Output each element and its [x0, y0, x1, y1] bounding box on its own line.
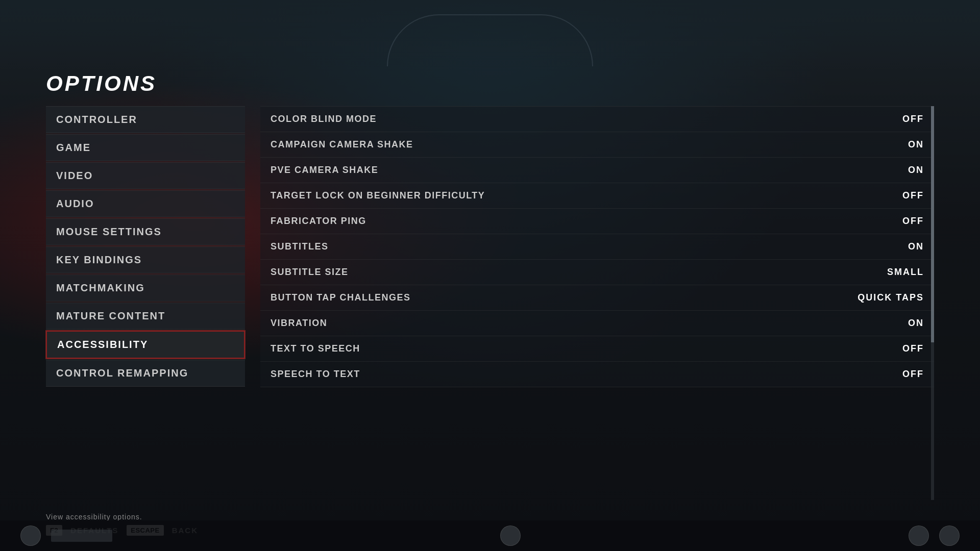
setting-name: BUTTON TAP CHALLENGES [271, 292, 411, 303]
nav-item-key-bindings[interactable]: KEY BINDINGS [46, 246, 245, 273]
nav-item-game[interactable]: GAME [46, 134, 245, 161]
setting-row[interactable]: TEXT TO SPEECHOFF [260, 336, 934, 362]
content-panel: OPTIONS CONTROLLERGAMEVIDEOAUDIOMOUSE SE… [46, 71, 934, 500]
setting-name: SUBTITLES [271, 241, 329, 252]
setting-row[interactable]: TARGET LOCK ON BEGINNER DIFFICULTYOFF [260, 183, 934, 209]
hud-circle-1 [20, 525, 41, 546]
right-panel: COLOR BLIND MODEOFFCAMPAIGN CAMERA SHAKE… [260, 106, 934, 500]
hud-right [909, 525, 960, 546]
setting-value: ON [908, 241, 924, 252]
setting-value: OFF [902, 190, 924, 201]
nav-item-mouse-settings[interactable]: MOUSE SETTINGS [46, 218, 245, 245]
hud-circle-2 [909, 525, 929, 546]
setting-value: OFF [902, 369, 924, 380]
setting-name: CAMPAIGN CAMERA SHAKE [271, 139, 413, 150]
setting-row[interactable]: PVE CAMERA SHAKEON [260, 158, 934, 183]
setting-name: COLOR BLIND MODE [271, 114, 377, 124]
hud-circle-center [500, 525, 521, 546]
setting-value: OFF [902, 343, 924, 354]
setting-value: ON [908, 318, 924, 329]
nav-item-controller[interactable]: CONTROLLER [46, 106, 245, 133]
setting-row[interactable]: SUBTITLESON [260, 234, 934, 260]
setting-row[interactable]: CAMPAIGN CAMERA SHAKEON [260, 132, 934, 158]
setting-name: FABRICATOR PING [271, 216, 366, 227]
setting-row[interactable]: COLOR BLIND MODEOFF [260, 106, 934, 132]
setting-row[interactable]: SUBTITLE SIZESMALL [260, 260, 934, 285]
setting-name: PVE CAMERA SHAKE [271, 165, 378, 176]
setting-name: TARGET LOCK ON BEGINNER DIFFICULTY [271, 190, 485, 201]
setting-value: ON [908, 139, 924, 150]
nav-item-accessibility[interactable]: ACCESSIBILITY [46, 331, 245, 359]
setting-name: TEXT TO SPEECH [271, 343, 360, 354]
hud-circle-3 [939, 525, 960, 546]
nav-item-video[interactable]: VIDEO [46, 162, 245, 189]
hud-bar [0, 520, 980, 551]
setting-value: QUICK TAPS [857, 292, 924, 303]
scrollbar-thumb [931, 106, 934, 342]
setting-row[interactable]: SPEECH TO TEXTOFF [260, 362, 934, 387]
scrollbar-track[interactable] [931, 106, 934, 500]
panels-row: CONTROLLERGAMEVIDEOAUDIOMOUSE SETTINGSKE… [46, 106, 934, 500]
setting-name: VIBRATION [271, 318, 327, 329]
page-title: OPTIONS [46, 71, 934, 96]
nav-item-audio[interactable]: AUDIO [46, 190, 245, 217]
hud-left [20, 525, 112, 546]
setting-value: SMALL [887, 267, 924, 278]
hint-text: View accessibility options. [46, 513, 934, 521]
setting-value: OFF [902, 216, 924, 227]
hud-rect-1 [51, 530, 112, 542]
setting-value: OFF [902, 114, 924, 124]
settings-list: COLOR BLIND MODEOFFCAMPAIGN CAMERA SHAKE… [260, 106, 934, 500]
setting-name: SUBTITLE SIZE [271, 267, 349, 278]
nav-item-control-remapping[interactable]: CONTROL REMAPPING [46, 360, 245, 387]
setting-row[interactable]: VIBRATIONON [260, 311, 934, 336]
setting-row[interactable]: FABRICATOR PINGOFF [260, 209, 934, 234]
setting-row[interactable]: BUTTON TAP CHALLENGESQUICK TAPS [260, 285, 934, 311]
nav-item-mature-content[interactable]: MATURE CONTENT [46, 303, 245, 330]
setting-name: SPEECH TO TEXT [271, 369, 360, 380]
setting-value: ON [908, 165, 924, 176]
nav-item-matchmaking[interactable]: MATCHMAKING [46, 274, 245, 302]
left-nav: CONTROLLERGAMEVIDEOAUDIOMOUSE SETTINGSKE… [46, 106, 245, 500]
